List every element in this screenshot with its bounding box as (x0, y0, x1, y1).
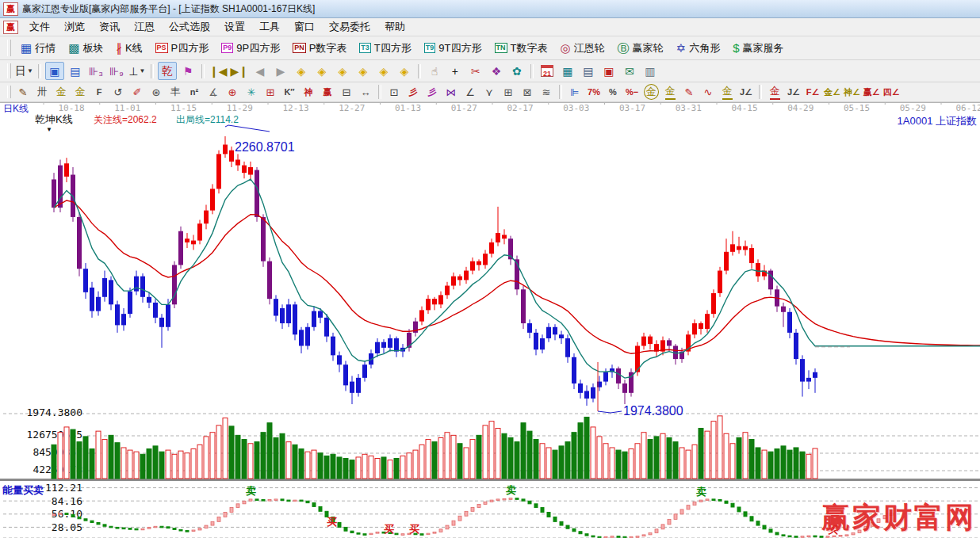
quotes-button[interactable]: ▦行情 (15, 39, 61, 58)
kline-period-button[interactable]: 日▼ (14, 62, 34, 80)
tool-ying[interactable]: 赢 (319, 84, 336, 100)
gann-diamond-3-button[interactable]: ◈ (333, 62, 352, 80)
mail-button[interactable]: ✉ (620, 62, 639, 80)
tool-grid-a[interactable]: ⊞ (500, 84, 517, 100)
tool-ying-angle[interactable]: 赢∠ (863, 84, 881, 100)
erase-tool-button[interactable]: ✂ (466, 62, 485, 80)
tool-spiral[interactable]: ↺ (109, 84, 127, 100)
tool-ruler[interactable]: 丰 (167, 84, 184, 100)
tool-pct[interactable]: % (604, 84, 622, 100)
tool-wave[interactable]: ∿ (699, 84, 717, 100)
next-bar-button[interactable]: ▶ (271, 62, 290, 80)
tool-brush[interactable]: ✎ (14, 84, 32, 100)
menu-help[interactable]: 帮助 (377, 19, 412, 34)
tool-v-wave[interactable]: ⋎ (480, 84, 498, 100)
calculator-button[interactable]: ▦ (558, 62, 577, 80)
tool-angle-mirror[interactable]: ∡ (205, 84, 222, 100)
qiankun-kline-label[interactable]: 乾坤K线 (35, 113, 73, 125)
gann-wheel-button[interactable]: ◎江恩轮 (554, 39, 610, 58)
p-square-button[interactable]: PSP四方形 (150, 39, 215, 58)
tool-f-angle[interactable]: F∠ (804, 84, 821, 100)
qiankun-toggle-button[interactable]: 乾 (158, 62, 177, 80)
tool-pen-mark[interactable]: ✎ (680, 84, 698, 100)
crosshair-button[interactable]: + (446, 62, 465, 80)
flag-mark-button[interactable]: ⚑ (178, 62, 197, 80)
p-table-button[interactable]: PNP数字表 (287, 39, 352, 58)
tool-gold-circle[interactable]: 金 (642, 84, 660, 100)
notes-tool-button[interactable]: ❖ (487, 62, 506, 80)
stats-tool-button[interactable]: ✿ (507, 62, 526, 80)
winner-wheel-button[interactable]: Ⓑ赢家轮 (612, 39, 669, 58)
document-logo-icon[interactable]: 赢 (3, 21, 18, 34)
kline-button[interactable]: ∦K线 (110, 39, 147, 58)
gann-diamond-2-button[interactable]: ◈ (312, 62, 331, 80)
gann-diamond-1-button[interactable]: ◈ (292, 62, 311, 80)
tool-pct-down[interactable]: 7% (585, 84, 603, 100)
tool-h-arrows[interactable]: ↔ (357, 84, 374, 100)
winner-service-button[interactable]: $赢家服务 (727, 39, 789, 58)
menu-settings[interactable]: 设置 (217, 19, 252, 34)
9t-square-button[interactable]: T99T四方形 (419, 39, 488, 58)
gann-diamond-6-button[interactable]: ◈ (395, 62, 414, 80)
candle-style-button[interactable]: ⊥▼ (128, 62, 147, 80)
pattern-view-button[interactable]: ▣ (45, 62, 64, 80)
tool-shen[interactable]: 神 (300, 84, 317, 100)
tool-cycle-circle[interactable]: ⊛ (147, 84, 165, 100)
tool-compass[interactable]: ⊕ (224, 84, 241, 100)
cycle9-button[interactable]: ⊪₉ (107, 62, 126, 80)
tool-brush-red[interactable]: ✐ (128, 84, 146, 100)
pan-hand-button[interactable]: ☝ (425, 62, 444, 80)
last-page-button[interactable]: ▶❙ (229, 62, 249, 80)
gann-diamond-4-button[interactable]: ◈ (354, 62, 373, 80)
menu-tools[interactable]: 工具 (252, 19, 287, 34)
tool-fan-box[interactable]: 彡 (423, 84, 441, 100)
tool-angle-lines[interactable]: ∠ (461, 84, 479, 100)
tool-pct-line[interactable]: %− (623, 84, 641, 100)
info-panel-button[interactable]: ▤ (66, 62, 85, 80)
tool-si-angle[interactable]: 四∠ (882, 84, 901, 100)
cycle3-button[interactable]: ⊪₃ (86, 62, 105, 80)
tool-gold-ratio[interactable]: 金 (52, 84, 70, 100)
tool-box-measure[interactable]: ⊡ (385, 84, 403, 100)
menu-trade[interactable]: 交易委托 (322, 19, 377, 34)
hexagon-button[interactable]: ✡六角形 (671, 39, 726, 58)
menu-gann[interactable]: 江恩 (127, 19, 162, 34)
tool-gold-hline[interactable]: 金 (661, 84, 679, 100)
tool-ray-fan[interactable]: 彡 (404, 84, 422, 100)
save-button[interactable]: ▣ (599, 62, 618, 80)
tool-gold-channel[interactable]: 金 (718, 84, 736, 100)
system-button[interactable]: ▥ (641, 62, 660, 80)
9p-square-button[interactable]: P99P四方形 (216, 39, 285, 58)
notepad-button[interactable]: ▤ (579, 62, 598, 80)
menu-news[interactable]: 资讯 (92, 19, 127, 34)
tool-star-rays[interactable]: ✳ (243, 84, 260, 100)
window-titlebar[interactable]: 赢 赢家江恩专业版[赢家内部服务平台] - [上证指数 SH1A0001-167… (0, 0, 980, 18)
tool-slashes[interactable]: ≋ (538, 84, 555, 100)
tool-j-angle[interactable]: J∠ (785, 84, 802, 100)
tool-price-scale[interactable]: ⊫ (566, 84, 584, 100)
menu-browse[interactable]: 浏览 (57, 19, 92, 34)
tool-red-grid[interactable]: ⊞ (262, 84, 279, 100)
prev-bar-button[interactable]: ◀ (251, 62, 270, 80)
menu-window[interactable]: 窗口 (287, 19, 322, 34)
tool-n2[interactable]: n² (186, 84, 203, 100)
calendar-button[interactable]: 21 (538, 62, 557, 80)
tool-shen-angle[interactable]: 神∠ (843, 84, 861, 100)
menu-formula-picker[interactable]: 公式选股 (162, 19, 217, 34)
t-square-button[interactable]: T3T四方形 (354, 39, 416, 58)
tool-gold-red[interactable]: 金 (766, 84, 783, 100)
kline-chart[interactable]: 10-1811-0111-1511-2912-1312-2701-1301-27… (0, 102, 980, 538)
tool-j-trend[interactable]: J∠ (737, 84, 755, 100)
sectors-button[interactable]: ▩板块 (63, 39, 109, 58)
tool-fibo[interactable]: F (90, 84, 108, 100)
t-table-button[interactable]: TNT数字表 (489, 39, 553, 58)
tool-gold-angle[interactable]: 金∠ (823, 84, 841, 100)
gann-diamond-5-button[interactable]: ◈ (374, 62, 393, 80)
first-page-button[interactable]: ❙◀ (209, 62, 228, 80)
tool-grid-b[interactable]: ⊠ (519, 84, 536, 100)
menu-file[interactable]: 文件 (22, 19, 57, 34)
tool-ruler-123[interactable]: ⊟ (338, 84, 355, 100)
tool-x-rays[interactable]: ⋈ (442, 84, 460, 100)
tool-gold-band[interactable]: 金 (71, 84, 89, 100)
tool-k-mark[interactable]: K″ (281, 84, 298, 100)
